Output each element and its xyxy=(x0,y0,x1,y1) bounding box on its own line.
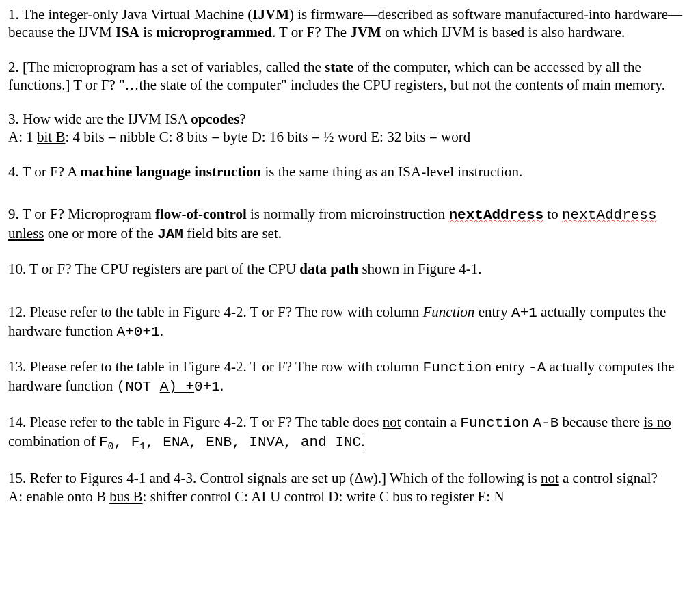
q-num: 9. xyxy=(8,206,19,222)
question-14: 14. Please refer to the table in Figure … xyxy=(8,413,692,453)
question-15: 15. Refer to Figures 4-1 and 4-3. Contro… xyxy=(8,469,692,505)
question-1: 1. The integer-only Java Virtual Machine… xyxy=(8,5,692,42)
question-4: 4. T or F? A machine language instructio… xyxy=(8,163,692,181)
q-num: 1. xyxy=(8,6,19,23)
text-cursor xyxy=(364,434,364,449)
q-num: 12. xyxy=(8,304,26,320)
question-9: 9. T or F? Microprogram flow-of-control … xyxy=(8,205,692,244)
q-num: 2. xyxy=(8,59,19,75)
question-2: 2. [The microprogram has a set of variab… xyxy=(8,58,692,94)
q-num: 3. xyxy=(8,111,19,127)
question-13: 13. Please refer to the table in Figure … xyxy=(8,358,692,397)
q-num: 14. xyxy=(8,414,26,430)
question-3: 3. How wide are the IJVM ISA opcodes? A:… xyxy=(8,110,692,146)
question-10: 10. T or F? The CPU registers are part o… xyxy=(8,260,692,278)
question-12: 12. Please refer to the table in Figure … xyxy=(8,303,692,342)
q-num: 13. xyxy=(8,358,26,375)
q-num: 4. xyxy=(8,163,19,180)
q-num: 15. xyxy=(8,470,26,486)
q-num: 10. xyxy=(8,261,26,277)
